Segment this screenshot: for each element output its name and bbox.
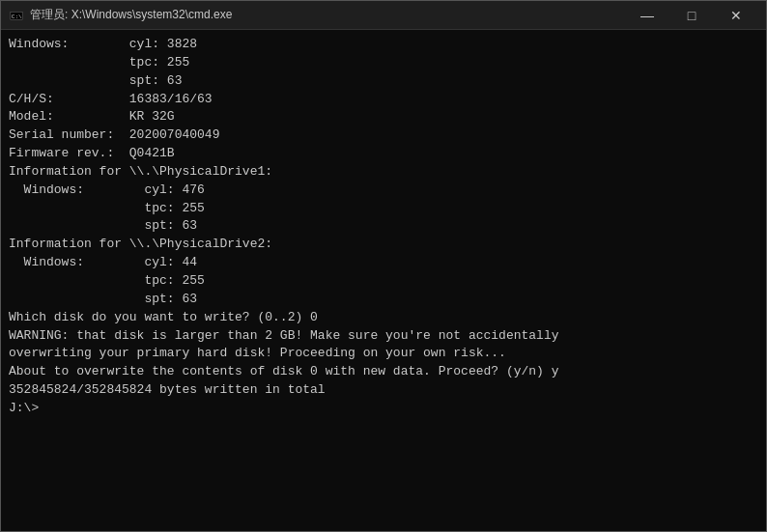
console-line: Windows: cyl: 44: [9, 254, 758, 272]
console-line: J:\>: [9, 400, 758, 418]
console-line: Which disk do you want to write? (0..2) …: [9, 309, 758, 327]
title-bar-title: 管理员: X:\Windows\system32\cmd.exe: [30, 7, 625, 23]
console-line: tpc: 255: [9, 54, 758, 72]
console-line: Serial number: 202007040049: [9, 126, 758, 145]
console-line: Information for \\.\PhysicalDrive2:: [9, 236, 758, 254]
console-output: Windows: cyl: 3828 tpc: 255 spt: 63C/H/S…: [1, 30, 766, 531]
svg-text:C:\: C:\: [12, 13, 22, 19]
console-line: spt: 63: [9, 291, 758, 309]
console-line: WARNING: that disk is larger than 2 GB! …: [9, 327, 758, 346]
minimize-button[interactable]: —: [625, 1, 669, 30]
console-line: Windows: cyl: 3828: [9, 36, 758, 54]
console-line: spt: 63: [9, 72, 758, 91]
cmd-window: C:\ 管理员: X:\Windows\system32\cmd.exe — □…: [0, 0, 767, 532]
console-line: tpc: 255: [9, 272, 758, 291]
console-line: Windows: cyl: 476: [9, 182, 758, 200]
console-line: overwriting your primary hard disk! Proc…: [9, 345, 758, 363]
console-line: spt: 63: [9, 217, 758, 236]
console-line: 352845824/352845824 bytes written in tot…: [9, 381, 758, 400]
console-line: Information for \\.\PhysicalDrive1:: [9, 163, 758, 182]
maximize-button[interactable]: □: [669, 1, 714, 30]
cmd-icon: C:\: [9, 8, 24, 23]
console-line: Firmware rev.: Q0421B: [9, 145, 758, 163]
console-line: Model: KR 32G: [9, 108, 758, 126]
console-line: About to overwrite the contents of disk …: [9, 363, 758, 381]
console-line: tpc: 255: [9, 200, 758, 218]
title-bar: C:\ 管理员: X:\Windows\system32\cmd.exe — □…: [1, 1, 766, 30]
console-line: C/H/S: 16383/16/63: [9, 91, 758, 109]
close-button[interactable]: ✕: [714, 1, 758, 30]
title-bar-controls: — □ ✕: [625, 1, 758, 30]
